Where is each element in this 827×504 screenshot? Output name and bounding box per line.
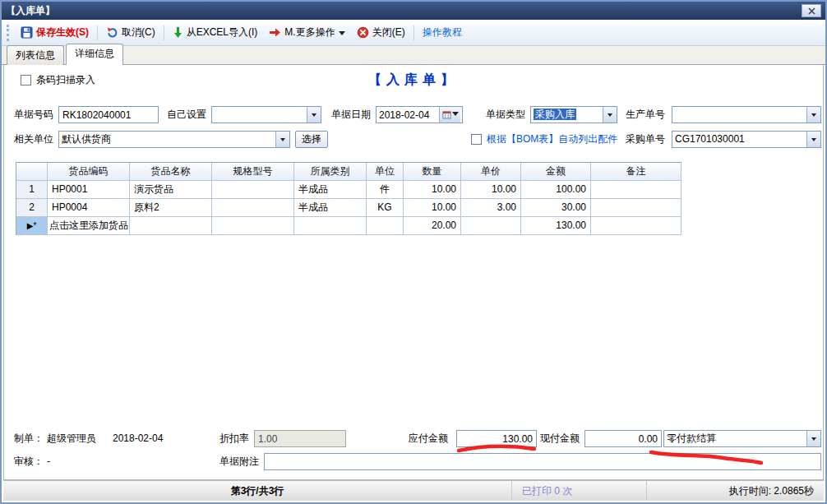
discount-input (254, 430, 346, 447)
amount-total: 130.00 (521, 217, 591, 235)
tutorial-link[interactable]: 操作教程 (417, 23, 468, 42)
related-unit-label: 相关单位 (14, 131, 53, 148)
cell-price[interactable] (461, 217, 521, 235)
save-label: 保存生效(S) (36, 25, 89, 39)
calendar-dropdown-button[interactable] (439, 107, 460, 123)
cancel-label: 取消(C) (122, 25, 155, 39)
cell-remark[interactable] (591, 199, 681, 217)
printed-count-status: 已打印 0 次 (511, 481, 647, 501)
settlement-value: 零付款结算 (664, 431, 806, 446)
tab-detail-info[interactable]: 详细信息 (66, 44, 123, 65)
window-close-button[interactable] (802, 4, 821, 17)
cell-remark[interactable] (591, 217, 681, 235)
self-set-combo[interactable] (211, 106, 321, 123)
self-set-label: 自己设置 (167, 106, 206, 123)
more-operations-button[interactable]: M.更多操作 (263, 23, 350, 42)
note-input[interactable] (264, 453, 821, 470)
cell-item-name[interactable] (130, 217, 212, 235)
cell-amount[interactable]: 30.00 (521, 199, 591, 217)
cell-spec[interactable] (212, 181, 294, 199)
toolbar-grip (7, 25, 10, 41)
prod-no-label: 生产单号 (626, 106, 665, 123)
more-right-arrow-icon (269, 27, 281, 38)
cell-price[interactable]: 3.00 (461, 199, 521, 217)
header-amount: 金额 (521, 163, 591, 181)
payable-input[interactable] (456, 430, 537, 447)
doc-no-input[interactable] (58, 106, 159, 123)
cell-spec[interactable] (212, 217, 294, 235)
doc-date-field[interactable] (376, 106, 463, 123)
cancel-button[interactable]: 取消(C) (100, 23, 161, 42)
related-unit-value: 默认供货商 (59, 132, 275, 147)
cell-item-code[interactable]: HP0001 (48, 181, 130, 199)
add-item-row: ▶* 点击这里添加货品 20.00 130.00 (16, 217, 681, 235)
chevron-down-icon (452, 112, 459, 119)
creator-value: 超级管理员 (47, 430, 96, 447)
cell-category[interactable]: 半成品 (294, 181, 367, 199)
row-position-status: 第3行/共3行 (3, 484, 511, 498)
header-row-selector (16, 163, 48, 181)
table-row: 2 HP0004 原料2 半成品 KG 10.00 3.00 30.00 (16, 199, 681, 217)
import-excel-button[interactable]: 从EXCEL导入(I) (167, 23, 264, 42)
qty-total: 20.00 (404, 217, 461, 235)
save-icon (21, 26, 33, 39)
chevron-down-icon (307, 107, 321, 123)
purchase-no-combo[interactable]: CG1701030001 (672, 131, 821, 148)
cell-amount[interactable]: 100.00 (521, 181, 591, 199)
cell-category[interactable] (294, 217, 367, 235)
close-form-button[interactable]: 关闭(E) (351, 23, 411, 42)
titlebar[interactable]: 【入库单】 (2, 2, 825, 20)
cell-item-name[interactable]: 原料2 (130, 199, 212, 217)
discount-label: 折扣率 (219, 430, 249, 447)
purchase-no-value: CG1701030001 (672, 132, 806, 147)
chevron-down-icon (339, 31, 345, 39)
cell-category[interactable]: 半成品 (294, 199, 367, 217)
doc-type-combo[interactable]: 采购入库 (530, 106, 617, 123)
import-down-arrow-icon (173, 26, 183, 39)
header-price: 单价 (461, 163, 521, 181)
chevron-down-icon (603, 107, 617, 123)
chevron-down-icon (806, 132, 820, 147)
toolbar: 保存生效(S) 取消(C) 从EXCEL导入(I) M.更多操作 (2, 20, 825, 46)
chevron-down-icon (806, 431, 820, 446)
current-row-marker[interactable]: ▶* (16, 217, 48, 235)
payable-label: 应付金额 (409, 430, 448, 447)
add-item-hint[interactable]: 点击这里添加货品 (48, 217, 130, 235)
cancel-icon (106, 26, 118, 39)
statusbar: 第3行/共3行 已打印 0 次 执行时间: 2.0865秒 (3, 480, 824, 501)
creator-date: 2018-02-04 (113, 430, 163, 447)
header-remark: 备注 (591, 163, 681, 181)
detail-panel: 条码扫描录入 【入库单】 单据号码 自己设置 单据日期 单据类型 采购入库 (3, 65, 824, 480)
row-selector[interactable]: 1 (16, 181, 48, 199)
paid-label: 现付金额 (540, 430, 580, 447)
more-operations-label: M.更多操作 (284, 25, 335, 39)
toolbar-separator (97, 25, 98, 40)
related-unit-combo[interactable]: 默认供货商 (58, 131, 290, 148)
row-selector[interactable]: 2 (16, 199, 48, 217)
cell-unit[interactable]: KG (367, 199, 404, 217)
cell-spec[interactable] (212, 199, 294, 217)
stock-in-window: 【入库单】 保存生效(S) 取消(C) (0, 0, 827, 504)
header-category: 所属类别 (294, 163, 367, 181)
tutorial-label: 操作教程 (423, 25, 462, 39)
cell-price[interactable]: 10.00 (461, 181, 521, 199)
tabstrip: 列表信息 详细信息 (2, 46, 825, 65)
prod-no-combo[interactable] (672, 106, 821, 123)
bom-auto-checkbox[interactable] (471, 134, 482, 145)
cell-unit[interactable] (367, 217, 404, 235)
cell-item-code[interactable]: HP0004 (48, 199, 130, 217)
tab-list-info[interactable]: 列表信息 (7, 45, 64, 65)
select-unit-button[interactable]: 选择 (295, 131, 328, 148)
cell-item-name[interactable]: 演示货品 (130, 181, 212, 199)
calendar-icon (442, 110, 451, 119)
cell-unit[interactable]: 件 (367, 181, 404, 199)
settlement-combo[interactable]: 零付款结算 (663, 430, 821, 447)
cell-remark[interactable] (591, 181, 681, 199)
paid-input[interactable] (584, 430, 662, 447)
cell-qty[interactable]: 10.00 (404, 199, 461, 217)
review-label: 审核： (14, 453, 44, 470)
save-button[interactable]: 保存生效(S) (15, 23, 95, 42)
note-label: 单据附注 (219, 453, 259, 470)
cell-qty[interactable]: 10.00 (404, 181, 461, 199)
doc-date-input[interactable] (377, 107, 439, 123)
